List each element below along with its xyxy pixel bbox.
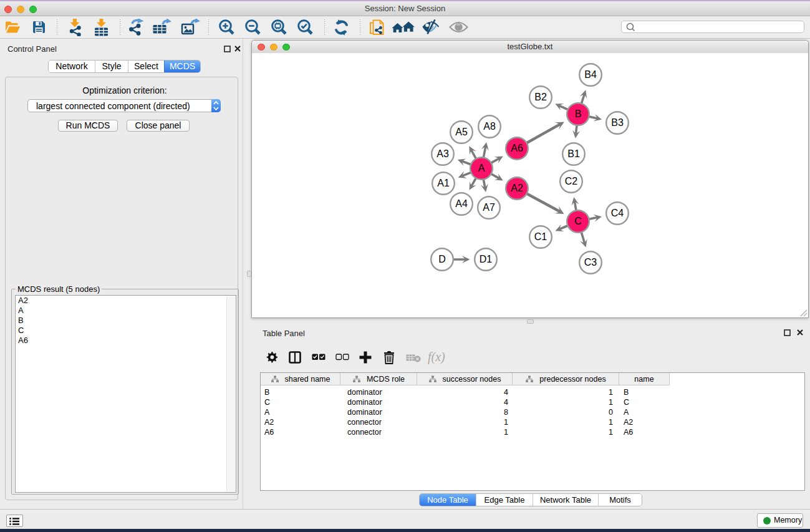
svg-text:B3: B3 bbox=[611, 117, 624, 128]
svg-text:A8: A8 bbox=[483, 121, 496, 132]
svg-text:C: C bbox=[574, 216, 582, 226]
svg-text:B: B bbox=[575, 109, 582, 119]
svg-text:D: D bbox=[438, 254, 446, 264]
svg-text:C1: C1 bbox=[534, 231, 547, 242]
svg-text:C2: C2 bbox=[565, 176, 578, 186]
svg-text:B2: B2 bbox=[534, 92, 547, 102]
svg-text:C3: C3 bbox=[584, 257, 597, 268]
svg-text:A2: A2 bbox=[511, 183, 523, 193]
svg-text:A1: A1 bbox=[437, 178, 450, 188]
svg-text:A3: A3 bbox=[436, 148, 449, 159]
svg-text:D1: D1 bbox=[480, 254, 493, 264]
svg-text:A4: A4 bbox=[455, 198, 468, 209]
svg-text:B1: B1 bbox=[567, 148, 580, 159]
svg-text:B4: B4 bbox=[584, 69, 597, 80]
svg-text:A7: A7 bbox=[483, 202, 495, 213]
svg-text:A: A bbox=[478, 163, 485, 173]
svg-text:A5: A5 bbox=[455, 127, 468, 137]
svg-text:A6: A6 bbox=[511, 143, 523, 153]
svg-text:C4: C4 bbox=[611, 208, 624, 218]
